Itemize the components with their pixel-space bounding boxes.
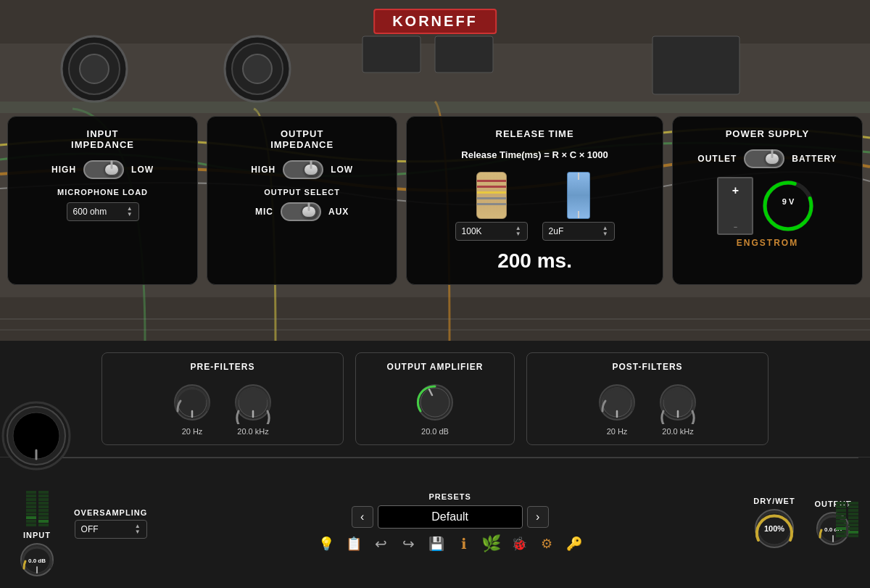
hardware-section: KORNEFF INPUT IMPEDANCE HIGH LOW MICROPH… <box>0 0 870 341</box>
input-label: INPUT <box>23 531 51 539</box>
large-left-knob[interactable] <box>0 399 72 472</box>
preset-prev-button[interactable]: ‹ <box>352 506 373 528</box>
redo-icon[interactable]: ↪ <box>398 533 420 555</box>
svg-text:9 V: 9 V <box>782 197 795 206</box>
post-filters-panel: POST-FILTERS 20 Hz <box>526 352 768 445</box>
release-components: 100K ▲▼ 2uF ▲▼ <box>418 172 651 241</box>
input-impedance-panel: INPUT IMPEDANCE HIGH LOW MICROPHONE LOAD… <box>7 116 198 285</box>
voltage-value: 9 V <box>782 197 795 206</box>
svg-point-9 <box>243 54 272 83</box>
pre-high-knob[interactable] <box>231 381 275 424</box>
presets-nav: ‹ Default › <box>352 505 549 529</box>
pre-filters-title: PRE-FILTERS <box>117 362 328 372</box>
output-amp-knob[interactable] <box>413 381 457 424</box>
input-knob[interactable]: 0.0 dB <box>18 541 56 579</box>
output-select-label: OUTPUT SELECT <box>219 188 385 196</box>
svg-point-22 <box>420 388 450 417</box>
drywet-section: DRY/WET 100% <box>753 497 796 550</box>
r-value: 100K <box>462 226 482 236</box>
info-icon[interactable]: ℹ <box>453 533 475 555</box>
power-supply-panel: POWER SUPPLY OUTLET BATTERY + − <box>672 116 863 285</box>
output-imp-low-label: LOW <box>331 165 353 175</box>
drywet-value: 100% <box>764 524 784 533</box>
post-high-freq-label: 20.0 kHz <box>662 427 693 436</box>
toolbar: 💡 📋 ↩ ↪ 💾 ℹ 🌿 🐞 ⚙ 🔑 <box>315 533 585 555</box>
pre-low-freq-label: 20 Hz <box>182 427 203 436</box>
output-select-toggle-row: MIC AUX <box>219 202 385 221</box>
output-section: OUTPUT 0.0 dB <box>808 500 858 547</box>
output-amplifier-panel: OUTPUT AMPLIFIER 20.0 dB <box>355 352 515 445</box>
pre-high-freq-label: 20.0 kHz <box>237 427 268 436</box>
oversampling-label: OVERSAMPLING <box>74 508 147 517</box>
bottom-controls-row: INPUT 0.0 dB OVERSAMPLING OFF <box>0 458 870 588</box>
svg-point-5 <box>69 44 120 94</box>
brand-title: KORNEFF <box>373 9 497 34</box>
output-impedance-title: OUTPUT IMPEDANCE <box>219 128 385 150</box>
cloud-icon[interactable]: 🌿 <box>481 533 502 555</box>
power-supply-title: POWER SUPPLY <box>684 128 850 139</box>
svg-rect-10 <box>0 102 870 113</box>
key-icon[interactable]: 🔑 <box>563 533 585 555</box>
pre-high-freq-container: 20.0 kHz <box>231 381 275 436</box>
mic-load-value: 600 ohm <box>73 207 107 217</box>
svg-text:0.0 dB: 0.0 dB <box>28 558 46 564</box>
light-icon[interactable]: 💡 <box>315 533 337 555</box>
undo-icon[interactable]: ↩ <box>370 533 392 555</box>
svg-rect-13 <box>652 36 740 94</box>
output-amp-knob-row: 20.0 dB <box>370 381 500 436</box>
output-impedance-toggle-knob <box>303 163 319 176</box>
svg-point-6 <box>80 54 109 83</box>
c-value-select[interactable]: 2uF ▲▼ <box>542 222 615 241</box>
presets-section: PRESETS ‹ Default › 💡 📋 ↩ ↪ 💾 ℹ 🌿 🐞 ⚙ 🔑 <box>159 492 741 555</box>
save-icon[interactable]: 💾 <box>426 533 447 555</box>
drywet-knob[interactable]: 100% <box>753 507 796 550</box>
input-impedance-toggle-row: HIGH LOW <box>20 160 186 179</box>
output-impedance-toggle-row: HIGH LOW <box>219 160 385 179</box>
post-high-knob[interactable] <box>656 381 700 424</box>
settings-icon[interactable]: ⚙ <box>536 533 558 555</box>
output-impedance-toggle[interactable] <box>283 160 323 179</box>
engstrom-brand: ENGSTROM <box>684 238 850 248</box>
power-toggle-row: OUTLET BATTERY <box>684 149 850 168</box>
input-impedance-toggle[interactable] <box>83 160 124 179</box>
release-time-title: RELEASE TIME <box>418 128 651 139</box>
release-formula: Release Time(ms) = R × C × 1000 <box>418 149 651 160</box>
battery-label: BATTERY <box>792 154 837 164</box>
oversampling-select[interactable]: OFF ▲ ▼ <box>75 520 147 539</box>
post-high-freq-container: 20.0 kHz <box>656 381 700 436</box>
battery-display: + − 9 V <box>684 177 850 235</box>
mic-load-select[interactable]: 600 ohm ▲ ▼ <box>67 202 139 221</box>
output-select-toggle[interactable] <box>281 202 321 221</box>
clipboard-icon[interactable]: 📋 <box>343 533 365 555</box>
svg-rect-12 <box>435 36 493 73</box>
post-low-freq-container: 20 Hz <box>595 381 639 436</box>
svg-point-7 <box>225 36 290 102</box>
preset-next-button[interactable]: › <box>527 506 549 528</box>
svg-text:100%: 100% <box>764 524 784 533</box>
bug-icon[interactable]: 🐞 <box>508 533 530 555</box>
power-toggle-knob <box>764 152 780 165</box>
mic-load-arrows: ▲ ▼ <box>127 206 133 218</box>
output-amp-knob-container: 20.0 dB <box>413 381 457 436</box>
r-value-select[interactable]: 100K ▲▼ <box>455 222 528 241</box>
input-value: 0.0 dB <box>28 558 46 564</box>
c-value: 2uF <box>549 226 564 236</box>
post-filters-knobs: 20 Hz 20.0 kHz <box>542 381 753 436</box>
input-impedance-title: INPUT IMPEDANCE <box>20 128 186 150</box>
panels-row: INPUT IMPEDANCE HIGH LOW MICROPHONE LOAD… <box>7 116 863 285</box>
pre-filters-panel: PRE-FILTERS 20 Hz <box>102 352 344 445</box>
large-bottom-knob-area <box>0 385 87 472</box>
oversampling-section: OVERSAMPLING OFF ▲ ▼ <box>74 508 147 539</box>
preset-name-display: Default <box>378 505 523 529</box>
release-result: 200 ms. <box>418 249 651 273</box>
post-low-knob[interactable] <box>595 381 639 424</box>
pre-low-knob[interactable] <box>170 381 214 424</box>
presets-label: PRESETS <box>428 492 471 501</box>
oversampling-arrows: ▲ ▼ <box>135 523 141 535</box>
post-filters-title: POST-FILTERS <box>542 362 753 372</box>
post-low-freq-label: 20 Hz <box>607 427 628 436</box>
input-section: INPUT 0.0 dB <box>12 468 62 579</box>
svg-rect-11 <box>362 36 420 73</box>
power-toggle[interactable] <box>744 149 784 168</box>
oversampling-value: OFF <box>81 524 99 534</box>
